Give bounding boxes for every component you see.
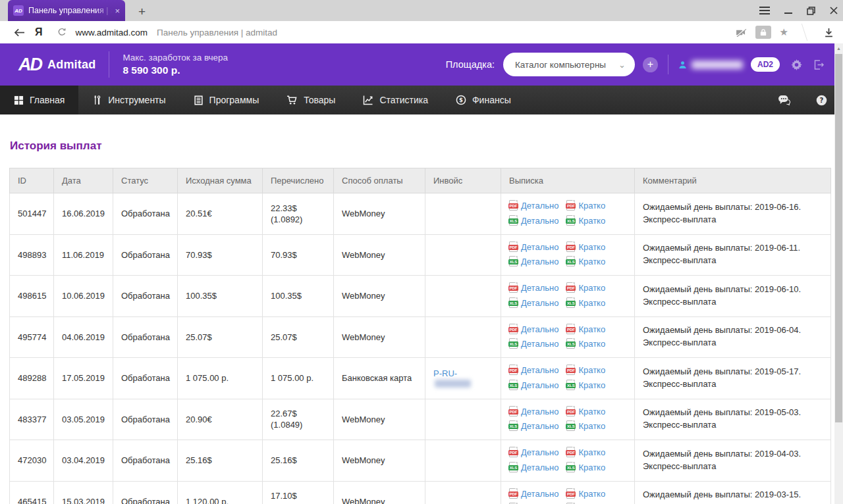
cell-statement: PDFДетальноPDFКраткоXLSДетальноXLSКратко: [501, 481, 635, 504]
statement-xls-detail-link[interactable]: Детально: [521, 216, 558, 226]
statement-pdf-detail-link[interactable]: Детально: [521, 447, 558, 457]
statement-pdf-detail-link[interactable]: Детально: [521, 489, 558, 499]
statement-pdf-detail-link[interactable]: Детально: [521, 324, 558, 334]
statement-pdf-detail-link[interactable]: Детально: [521, 283, 558, 293]
camera-off-icon[interactable]: [736, 28, 747, 37]
platform-label: Площадка:: [446, 59, 495, 70]
statement-pdf-detail-link[interactable]: Детально: [521, 407, 558, 416]
lock-icon[interactable]: [755, 26, 771, 39]
statement-xls-brief-link[interactable]: Кратко: [578, 216, 605, 226]
cart-icon: [286, 95, 298, 105]
admitad-logo-text: Admitad: [47, 58, 95, 72]
statement-pdf-brief-link[interactable]: Кратко: [578, 242, 605, 252]
statement-xls-brief-link[interactable]: Кратко: [578, 298, 605, 308]
nav-item-tools[interactable]: Инструменты: [78, 86, 179, 114]
url-host[interactable]: www.admitad.com: [76, 28, 148, 38]
cell-status: Обработана: [113, 234, 178, 276]
statement-xls-detail-link[interactable]: Детально: [521, 421, 558, 431]
vertical-scrollbar[interactable]: ▲: [834, 43, 843, 504]
statement-xls-detail-link[interactable]: Детально: [521, 298, 558, 308]
statement-xls-detail-link[interactable]: Детально: [521, 339, 558, 349]
statement-pdf-brief-link[interactable]: Кратко: [578, 447, 605, 457]
pdf-file-icon: PDF: [566, 406, 575, 416]
user-icon: [678, 61, 687, 69]
col-status: Статус: [113, 168, 178, 193]
nav-item-home[interactable]: Главная: [0, 86, 78, 114]
pdf-file-icon: PDF: [566, 200, 575, 211]
statement-xls-brief-link[interactable]: Кратко: [578, 380, 605, 390]
logout-icon[interactable]: [813, 59, 825, 70]
statement-xls-detail-link[interactable]: Детально: [521, 380, 558, 390]
window-minimize-icon[interactable]: [784, 7, 792, 14]
new-tab-button[interactable]: +: [134, 3, 150, 21]
statement-xls-brief-link[interactable]: Кратко: [578, 463, 605, 472]
statement-xls-detail-link[interactable]: Детально: [521, 257, 558, 266]
cell-comment: Ожидаемый день выплаты: 2019-05-17.Экспр…: [635, 358, 831, 399]
statement-pdf-detail-link[interactable]: Детально: [521, 242, 558, 252]
statement-pdf-brief-link[interactable]: Кратко: [578, 324, 605, 334]
col-source-amount: Исходная сумма: [178, 168, 263, 193]
bookmark-star-icon[interactable]: ★: [780, 26, 788, 38]
scroll-up-arrow-icon[interactable]: ▲: [834, 43, 843, 53]
user-account[interactable]: AD2: [678, 57, 780, 72]
window-restore-icon[interactable]: [807, 7, 815, 15]
cell-statement: PDFДетальноPDFКраткоXLSДетальноXLSКратко: [501, 234, 635, 276]
cell-payment-method: WebMoney: [334, 440, 425, 482]
xls-file-icon: XLS: [566, 420, 575, 431]
admitad-logo[interactable]: AD Admitad: [18, 55, 95, 75]
invoice-link[interactable]: P-RU-: [433, 368, 471, 388]
chat-icon[interactable]: [778, 95, 791, 105]
cell-date: 15.03.2019: [54, 481, 113, 504]
nav-item-label: Главная: [30, 95, 65, 105]
window-menu-icon[interactable]: [759, 7, 770, 14]
add-platform-button[interactable]: +: [643, 57, 658, 72]
browser-tab[interactable]: AD Панель управления | adm ×: [8, 0, 125, 21]
nav-item-programs[interactable]: Программы: [180, 86, 273, 114]
username-blurred: [692, 61, 743, 69]
nav-item-finance[interactable]: $Финансы: [442, 86, 525, 114]
cell-id: 465415: [10, 481, 54, 504]
statement-xls-detail-link[interactable]: Детально: [521, 463, 558, 472]
statement-xls-brief-link[interactable]: Кратко: [578, 421, 605, 431]
help-icon[interactable]: ?: [816, 95, 827, 106]
cell-statement: PDFДетальноPDFКраткоXLSДетальноXLSКратко: [501, 358, 635, 399]
cell-date: 03.04.2019: [54, 440, 113, 482]
earnings-block: Макс. заработок за вчера 8 590 300 р.: [122, 53, 228, 76]
statement-pdf-brief-link[interactable]: Кратко: [578, 201, 605, 211]
statement-xls-brief-link[interactable]: Кратко: [578, 257, 605, 266]
col-transferred: Перечислено: [263, 168, 334, 193]
download-icon[interactable]: [824, 28, 834, 38]
statement-pdf-brief-link[interactable]: Кратко: [578, 283, 605, 293]
nav-item-goods[interactable]: Товары: [273, 86, 349, 114]
nav-item-label: Инструменты: [108, 95, 165, 105]
cell-comment: Ожидаемый день выплаты: 2019-04-03.Экспр…: [635, 440, 831, 482]
scrollbar-thumb[interactable]: [835, 54, 842, 422]
statement-pdf-brief-link[interactable]: Кратко: [578, 489, 605, 499]
nav-item-stats[interactable]: Статистика: [349, 86, 442, 114]
statement-pdf-detail-link[interactable]: Детально: [521, 201, 558, 211]
gear-icon[interactable]: [791, 59, 802, 70]
statement-xls-brief-link[interactable]: Кратко: [578, 339, 605, 349]
cell-statement: PDFДетальноPDFКраткоXLSДетальноXLSКратко: [501, 193, 635, 235]
grid-icon: [14, 95, 24, 105]
xls-file-icon: XLS: [509, 256, 518, 266]
statement-pdf-line: PDFДетальноPDFКратко: [509, 363, 626, 378]
table-row: 50144716.06.2019Обработана20.51€22.33$(1…: [10, 193, 831, 235]
xls-file-icon: XLS: [566, 462, 575, 472]
statement-xls-line: XLSДетальноXLSКратко: [509, 255, 626, 270]
cell-comment: Ожидаемый день выплаты: 2019-03-15.Экспр…: [635, 481, 831, 504]
statement-pdf-brief-link[interactable]: Кратко: [578, 407, 605, 416]
address-bar[interactable]: Я www.admitad.com Панель управления | ad…: [0, 21, 843, 43]
pdf-file-icon: PDF: [509, 282, 518, 293]
table-row: 46541515.03.2019Обработана1 120.00 р.17.…: [10, 481, 831, 504]
back-icon[interactable]: [13, 28, 26, 38]
tab-close-icon[interactable]: ×: [115, 6, 120, 16]
pdf-file-icon: PDF: [566, 365, 575, 375]
pdf-file-icon: PDF: [566, 324, 575, 334]
window-close-icon[interactable]: [830, 7, 838, 14]
statement-pdf-detail-link[interactable]: Детально: [521, 365, 558, 375]
yandex-logo-icon[interactable]: Я: [35, 26, 43, 38]
statement-pdf-brief-link[interactable]: Кратко: [578, 365, 605, 375]
reload-icon[interactable]: [57, 28, 67, 37]
platform-select[interactable]: Каталог компьютерны ⌄: [503, 53, 635, 76]
